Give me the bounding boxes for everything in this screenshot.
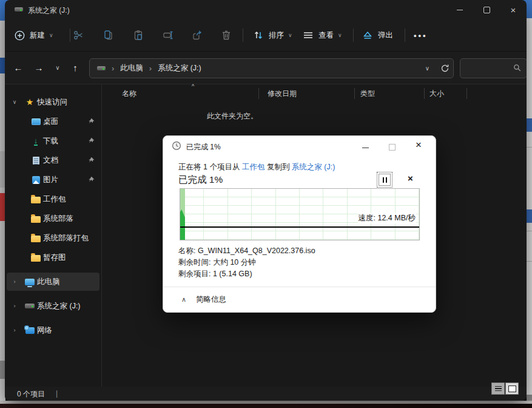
sidebar-item-desktop[interactable]: 桌面: [7, 112, 99, 131]
copy-description: 正在将 1 个项目从 工作包 复制到 系统之家 (J:): [178, 162, 335, 172]
share-button[interactable]: [191, 19, 203, 51]
chevron-right-icon[interactable]: ›: [7, 327, 22, 333]
sidebar-item-folder-2[interactable]: 系统部落: [7, 209, 99, 228]
details-view-button[interactable]: [491, 382, 505, 395]
up-button[interactable]: ↑: [67, 52, 84, 84]
search-box[interactable]: [460, 58, 527, 78]
sidebar-item-downloads[interactable]: ↓ 下载: [7, 132, 99, 150]
folder-icon: [31, 236, 41, 242]
pin-icon: [88, 157, 95, 163]
address-dropdown-button[interactable]: ∨: [425, 65, 429, 72]
sidebar-item-label: 系统部落打包: [43, 233, 89, 243]
refresh-button[interactable]: [440, 64, 450, 73]
more-icon: •••: [414, 31, 428, 40]
minimize-button[interactable]: [446, 0, 473, 19]
folder-icon: [31, 197, 41, 203]
column-header-name[interactable]: 名称: [122, 89, 136, 99]
empty-folder-text: 此文件夹为空。: [207, 111, 258, 121]
pin-icon: [88, 176, 95, 183]
dialog-close-button[interactable]: ×: [416, 139, 422, 151]
breadcrumb-this-pc[interactable]: 此电脑: [120, 63, 143, 73]
sidebar-item-quick-access[interactable]: ∨ ★ 快速访问: [7, 93, 99, 111]
sort-button[interactable]: 排序 ∨: [252, 19, 292, 51]
sidebar-item-label: 图片: [43, 175, 58, 185]
back-icon: ←: [14, 63, 23, 73]
cancel-copy-button[interactable]: ×: [408, 173, 413, 183]
chevron-down-icon[interactable]: ∨: [7, 99, 22, 105]
search-icon: [513, 64, 522, 72]
back-button[interactable]: ←: [10, 52, 27, 84]
copy-destination-link[interactable]: 系统之家 (J:): [292, 163, 335, 171]
view-lines-icon: [302, 29, 314, 41]
sidebar-item-label: 下载: [43, 136, 58, 146]
icons-view-icon: [508, 386, 516, 392]
column-header-type[interactable]: 类型: [360, 89, 375, 99]
star-icon: ★: [26, 98, 34, 106]
sidebar-item-this-pc[interactable]: › 此电脑: [7, 273, 99, 291]
dialog-maximize-button[interactable]: [389, 144, 396, 151]
view-label: 查看: [318, 30, 334, 41]
column-separator[interactable]: [354, 88, 355, 99]
paste-icon: [132, 29, 144, 41]
time-left-line: 剩余时间: 大约 10 分钟: [178, 257, 315, 268]
close-button[interactable]: ×: [500, 0, 527, 19]
sidebar-item-label: 工作包: [43, 194, 66, 205]
new-label: 新建: [30, 30, 45, 41]
clock-icon: [172, 141, 181, 151]
copy-button[interactable]: [102, 19, 114, 51]
folder-icon: [31, 216, 41, 223]
drive-icon: [97, 66, 106, 70]
sidebar-item-drive-j[interactable]: › 系统之家 (J:): [7, 297, 99, 315]
sidebar-item-folder-3[interactable]: 系统部落打包: [7, 229, 99, 247]
sidebar-item-folder-4[interactable]: 暂存图: [7, 248, 99, 267]
maximize-icon: [483, 7, 490, 13]
file-name-line: 名称: G_WIN11_X64_Q8_V2022.376.iso: [178, 245, 315, 257]
sort-ascending-icon: ^: [192, 83, 194, 89]
desktop-fragment: [527, 18, 532, 401]
column-separator[interactable]: [424, 88, 425, 99]
sidebar-item-label: 系统之家 (J:): [37, 301, 81, 311]
column-separator[interactable]: [258, 88, 259, 99]
more-button[interactable]: •••: [414, 19, 428, 51]
sidebar-item-label: 快速访问: [37, 97, 67, 107]
chevron-right-icon: ›: [106, 64, 120, 73]
icons-view-button[interactable]: [505, 382, 519, 395]
rename-button[interactable]: [162, 19, 174, 51]
status-separator: |: [56, 389, 58, 398]
pause-button[interactable]: [377, 172, 392, 188]
view-button[interactable]: 查看 ∨: [302, 19, 342, 51]
forward-button[interactable]: →: [30, 52, 47, 84]
plus-circle-icon: [13, 29, 25, 41]
search-input[interactable]: [464, 61, 510, 75]
breadcrumb-drive[interactable]: 系统之家 (J:): [158, 63, 201, 73]
address-bar[interactable]: › 此电脑 › 系统之家 (J:) ∨: [89, 58, 454, 78]
maximize-button[interactable]: [473, 0, 500, 19]
paste-button[interactable]: [132, 19, 144, 51]
eject-button[interactable]: 弹出: [362, 19, 393, 51]
new-button[interactable]: 新建 ∨: [13, 19, 53, 51]
column-separator[interactable]: [466, 88, 467, 99]
document-icon: [33, 157, 39, 165]
computer-icon: [25, 279, 35, 285]
sidebar-item-label: 网络: [37, 325, 52, 336]
column-header-date[interactable]: 修改日期: [268, 89, 297, 99]
scissors-icon: [73, 29, 85, 41]
dialog-minimize-button[interactable]: [362, 148, 369, 148]
chevron-right-icon[interactable]: ›: [7, 303, 22, 309]
sidebar-item-folder-1[interactable]: 工作包: [7, 190, 99, 208]
cut-button[interactable]: [73, 19, 85, 51]
column-header-size[interactable]: 大小: [429, 89, 444, 99]
copy-source-link[interactable]: 工作包: [242, 163, 265, 171]
fewer-details-toggle[interactable]: ∧ 简略信息: [181, 294, 226, 305]
sidebar-item-network[interactable]: › 网络: [7, 321, 99, 339]
delete-button[interactable]: [220, 19, 232, 51]
sidebar-item-pictures[interactable]: 图片: [7, 171, 99, 189]
recent-locations-button[interactable]: ∨: [50, 52, 66, 84]
sidebar-item-documents[interactable]: 文档: [7, 151, 99, 169]
sidebar-item-label: 文档: [43, 155, 58, 166]
sidebar-item-label: 此电脑: [37, 277, 60, 287]
chevron-right-icon[interactable]: ›: [7, 279, 22, 285]
drive-icon: [15, 7, 23, 12]
network-icon: [25, 327, 35, 334]
sidebar-item-label: 暂存图: [43, 253, 66, 263]
